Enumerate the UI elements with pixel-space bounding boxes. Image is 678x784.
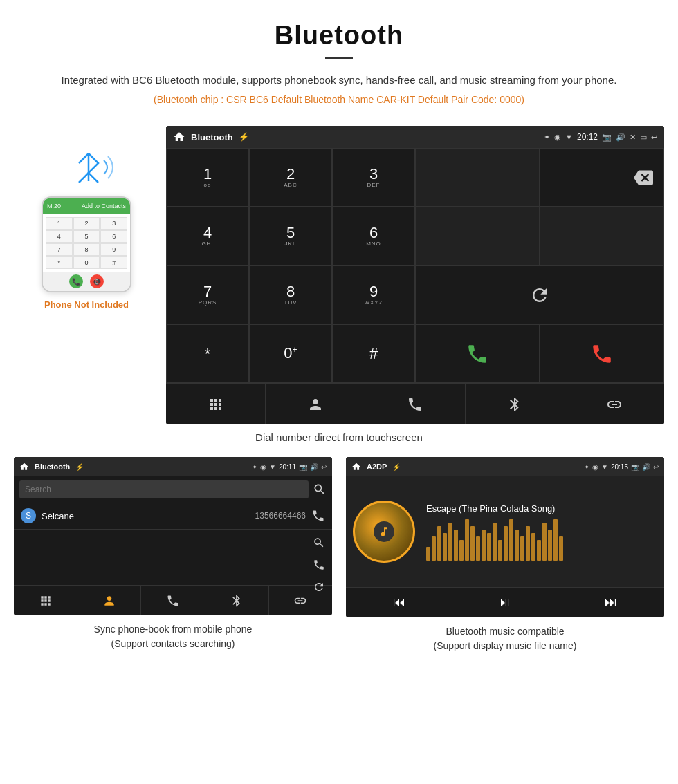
phone-end-btn: 📵 [90, 274, 104, 288]
dial-8: 8 [73, 243, 100, 256]
home-icon[interactable] [173, 131, 185, 143]
eq-bar [493, 523, 497, 561]
music-title: A2DP [367, 463, 387, 471]
pb-side-refresh-icon[interactable] [313, 581, 325, 593]
refresh-button[interactable] [415, 265, 664, 324]
prev-button[interactable]: ⏮ [393, 595, 405, 610]
eq-bar [531, 533, 535, 561]
music-back-icon[interactable]: ↩ [653, 463, 659, 471]
link-button[interactable] [565, 384, 664, 424]
pb-bt-btn[interactable] [205, 586, 269, 615]
svg-line-1 [79, 153, 89, 163]
lower-screenshots: Bluetooth ⚡ ✦ ◉ ▼ 20:11 📷 🔊 ↩ [0, 457, 678, 653]
page-title: Bluetooth [42, 21, 636, 50]
equalizer [426, 519, 657, 561]
music-time: 20:15 [611, 463, 628, 471]
back-icon[interactable]: ↩ [651, 133, 657, 142]
pb-vol-icon: 🔊 [310, 463, 318, 471]
camera-icon: 📷 [602, 133, 612, 142]
dial-key-7[interactable]: 7PQRS [166, 265, 249, 324]
music-statusbar: A2DP ⚡ ✦ ◉ ▼ 20:15 📷 🔊 ↩ [346, 457, 664, 476]
pb-caption: Sync phone-book from mobile phone (Suppo… [94, 622, 253, 651]
pb-grid-btn[interactable] [14, 586, 77, 615]
phone-not-included-label: Phone Not Included [44, 299, 129, 310]
dial-key-4[interactable]: 4GHI [166, 207, 249, 265]
play-pause-button[interactable]: ⏯ [499, 595, 511, 610]
dial-key-star[interactable]: * [166, 324, 249, 383]
phone-add-contact: Add to Contacts [82, 203, 126, 209]
eq-bar [509, 519, 513, 561]
backspace-button[interactable] [540, 148, 664, 207]
next-button[interactable]: ⏭ [605, 595, 617, 610]
grid-button[interactable] [166, 384, 266, 424]
pb-search-input[interactable] [19, 480, 309, 498]
pb-contact-icons [14, 530, 332, 585]
pb-back-icon[interactable]: ↩ [321, 463, 327, 471]
pb-call-icon[interactable] [311, 509, 325, 523]
dialpad-wrapper: 1oo 2ABC 3DEF 4GHI 5JKL [166, 148, 664, 383]
dial-key-0[interactable]: 0+ [249, 324, 332, 383]
phone-sidebar: M:20 Add to Contacts 1 2 3 4 5 6 7 8 9 *… [14, 126, 159, 310]
pb-loc-icon: ◉ [260, 463, 266, 471]
pb-contact-number: 13566664466 [255, 511, 306, 521]
eq-bar [454, 530, 458, 561]
pb-caption-line2: (Support contacts searching) [111, 638, 235, 649]
dial-key-2[interactable]: 2ABC [249, 148, 332, 207]
music-loc-icon: ◉ [592, 463, 598, 471]
page-specs: (Bluetooth chip : CSR BC6 Default Blueto… [42, 94, 636, 105]
eq-bar [470, 526, 475, 561]
dial-5: 5 [73, 230, 100, 243]
dial-hash: # [100, 256, 127, 269]
dial-0: 0 [73, 256, 100, 269]
pb-home-icon [19, 462, 29, 472]
pb-phone-btn[interactable] [141, 586, 205, 615]
location-icon: ◉ [554, 133, 561, 142]
phone-status: M:20 [47, 203, 61, 209]
music-statusbar-right: ✦ ◉ ▼ 20:15 📷 🔊 ↩ [584, 463, 659, 471]
dial-key-8[interactable]: 8TUV [249, 265, 332, 324]
dial-key-5[interactable]: 5JKL [249, 207, 332, 265]
pb-wifi-icon: ▼ [269, 463, 276, 471]
eq-bar [459, 540, 464, 561]
pb-search-icon[interactable] [313, 483, 327, 496]
music-screen: A2DP ⚡ ✦ ◉ ▼ 20:15 📷 🔊 ↩ [346, 457, 664, 617]
eq-bar [520, 536, 524, 561]
dial-key-hash[interactable]: # [332, 324, 415, 383]
phone-button[interactable] [365, 384, 465, 424]
music-caption: Bluetooth music compatible (Support disp… [434, 624, 577, 653]
svg-line-2 [79, 173, 89, 183]
contacts-button[interactable] [266, 384, 365, 424]
music-wifi-icon: ▼ [601, 463, 608, 471]
eq-bar [448, 523, 452, 561]
pb-title: Bluetooth [35, 463, 70, 471]
dial-key-1[interactable]: 1oo [166, 148, 249, 207]
pb-usb-icon: ⚡ [75, 463, 84, 471]
music-content: Escape (The Pina Colada Song) [346, 476, 664, 587]
pb-contact-letter: S [21, 508, 36, 523]
pb-side-call-icon[interactable] [313, 559, 325, 571]
dial-2: 2 [73, 217, 100, 230]
music-bt-icon: ✦ [584, 463, 589, 471]
eq-bar [482, 530, 486, 561]
pb-person-btn[interactable] [77, 586, 141, 615]
dial-6: 6 [100, 230, 127, 243]
pb-contact-row[interactable]: S Seicane 13566664466 [14, 503, 332, 530]
phone-screen: 1 2 3 4 5 6 7 8 9 * 0 # [43, 214, 130, 272]
screen-bottom-bar [166, 383, 664, 424]
title-divider [325, 57, 353, 59]
pb-side-search-icon[interactable] [313, 536, 325, 549]
call-button[interactable] [415, 324, 540, 383]
close-icon[interactable]: ✕ [630, 133, 636, 142]
eq-bar [476, 536, 480, 561]
pb-statusbar-right: ✦ ◉ ▼ 20:11 📷 🔊 ↩ [252, 463, 327, 471]
dial-key-3[interactable]: 3DEF [332, 148, 415, 207]
end-call-button[interactable] [540, 324, 664, 383]
volume-icon: 🔊 [616, 133, 625, 142]
phone-top-bar: M:20 Add to Contacts [43, 198, 130, 214]
dial-key-9[interactable]: 9WXYZ [332, 265, 415, 324]
eq-bar [542, 523, 547, 561]
dial-key-6[interactable]: 6MNO [332, 207, 415, 265]
bluetooth-button[interactable] [466, 384, 565, 424]
eq-bar [487, 533, 491, 561]
dial-3: 3 [100, 217, 127, 230]
